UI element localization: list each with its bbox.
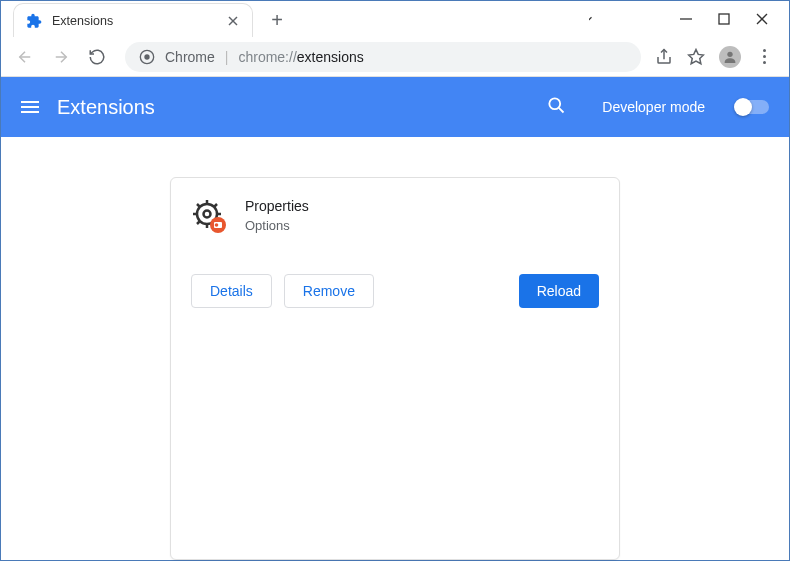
page-title: Extensions [57,96,528,119]
omnibox-url: chrome://extensions [238,49,363,65]
menu-button[interactable] [755,48,773,66]
search-icon[interactable] [546,95,566,119]
maximize-button[interactable] [717,12,731,26]
minimize-button[interactable] [679,12,693,26]
developer-mode-label: Developer mode [602,99,705,115]
extension-card: Properties Options Details Remove Reload [170,177,620,560]
extension-title: Properties [245,198,309,214]
address-bar[interactable]: Chrome | chrome://extensions [125,42,641,72]
hamburger-menu-icon[interactable] [21,101,39,113]
extensions-header: Extensions Developer mode [1,77,789,137]
close-window-button[interactable] [755,12,769,26]
browser-toolbar: Chrome | chrome://extensions [1,37,789,77]
back-button[interactable] [11,43,39,71]
svg-point-9 [144,54,149,59]
share-icon[interactable] [655,48,673,66]
svg-line-23 [197,221,200,224]
svg-rect-1 [719,14,729,24]
star-icon[interactable] [687,48,705,66]
omnibox-separator: | [225,49,229,65]
svg-line-14 [559,108,564,113]
gear-icon [191,198,227,234]
svg-point-13 [550,98,561,109]
svg-point-16 [204,211,211,218]
profile-avatar[interactable] [719,46,741,68]
forward-button[interactable] [47,43,75,71]
reload-extension-button[interactable]: Reload [519,274,599,308]
close-tab-icon[interactable] [226,14,240,28]
developer-mode-toggle[interactable] [735,100,769,114]
svg-line-21 [197,204,200,207]
omnibox-prefix: Chrome [165,49,215,65]
svg-marker-11 [689,49,704,63]
new-tab-button[interactable]: + [263,6,291,34]
details-button[interactable]: Details [191,274,272,308]
tab-strip: Extensions + [1,1,589,37]
svg-point-27 [215,223,219,227]
browser-window: Extensions + Chrome | chrome://extension… [0,0,790,561]
extension-description: Options [245,218,309,233]
remove-button[interactable]: Remove [284,274,374,308]
tab-title: Extensions [52,14,226,28]
reload-button[interactable] [83,43,111,71]
chrome-icon [139,49,155,65]
content-area: PC risk.com Properties Options Details R… [1,137,789,560]
svg-line-24 [214,204,217,207]
svg-point-12 [727,51,732,56]
puzzle-icon [26,13,42,29]
tab-extensions[interactable]: Extensions [13,3,253,37]
